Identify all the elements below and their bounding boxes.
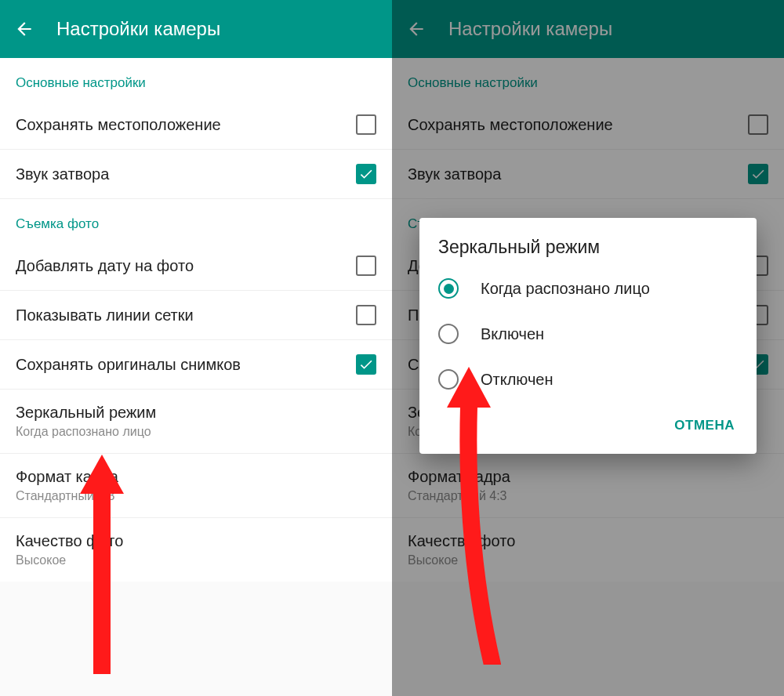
row-add-date[interactable]: Добавлять дату на фото (0, 241, 392, 291)
radio-icon (438, 324, 459, 344)
back-icon[interactable] (14, 19, 34, 39)
checkbox-add-date[interactable] (356, 256, 376, 276)
radio-icon (438, 369, 459, 390)
cancel-button[interactable]: ОТМЕНА (663, 410, 746, 441)
row-label: Звук затвора (16, 165, 356, 183)
dialog-title: Зеркальный режим (419, 237, 757, 266)
screen-dialog: Настройки камеры Основные настройки Сохр… (392, 0, 784, 696)
checkbox-save-location[interactable] (356, 114, 376, 135)
radio-label: Включен (481, 325, 544, 343)
section-photo-header: Съемка фото (0, 199, 392, 241)
radio-icon (438, 278, 459, 299)
row-show-grid[interactable]: Показывать линии сетки (0, 291, 392, 340)
row-label: Зеркальный режим (16, 404, 376, 422)
checkbox-show-grid[interactable] (356, 305, 376, 325)
radio-option-on[interactable]: Включен (419, 311, 757, 357)
appbar: Настройки камеры (0, 0, 392, 58)
row-save-originals[interactable]: Сохранять оригиналы снимков (0, 340, 392, 390)
row-value: Высокое (16, 553, 376, 567)
page-title: Настройки камеры (56, 18, 220, 40)
row-label: Добавлять дату на фото (16, 257, 356, 275)
settings-list: Основные настройки Сохранять местоположе… (0, 58, 392, 582)
row-label: Качество фото (16, 532, 376, 550)
row-label: Формат кадра (16, 468, 376, 486)
row-save-location[interactable]: Сохранять местоположение (0, 100, 392, 150)
mirror-mode-dialog: Зеркальный режим Когда распознано лицо В… (419, 218, 757, 454)
row-shutter-sound[interactable]: Звук затвора (0, 150, 392, 199)
row-value: Когда распознано лицо (16, 425, 376, 439)
radio-label: Когда распознано лицо (481, 280, 650, 298)
checkbox-shutter-sound[interactable] (356, 164, 376, 184)
screen-settings: Настройки камеры Основные настройки Сохр… (0, 0, 392, 696)
radio-option-when-face[interactable]: Когда распознано лицо (419, 266, 757, 311)
row-value: Стандартный 4:3 (16, 489, 376, 503)
row-label: Сохранять оригиналы снимков (16, 356, 356, 374)
dialog-actions: ОТМЕНА (419, 402, 757, 448)
row-aspect-ratio[interactable]: Формат кадра Стандартный 4:3 (0, 454, 392, 518)
row-label: Показывать линии сетки (16, 306, 356, 324)
radio-label: Отключен (481, 371, 554, 389)
row-photo-quality[interactable]: Качество фото Высокое (0, 518, 392, 582)
row-mirror-mode[interactable]: Зеркальный режим Когда распознано лицо (0, 390, 392, 454)
checkbox-save-originals[interactable] (356, 354, 376, 375)
radio-option-off[interactable]: Отключен (419, 357, 757, 402)
section-basic-header: Основные настройки (0, 58, 392, 100)
row-label: Сохранять местоположение (16, 116, 356, 134)
